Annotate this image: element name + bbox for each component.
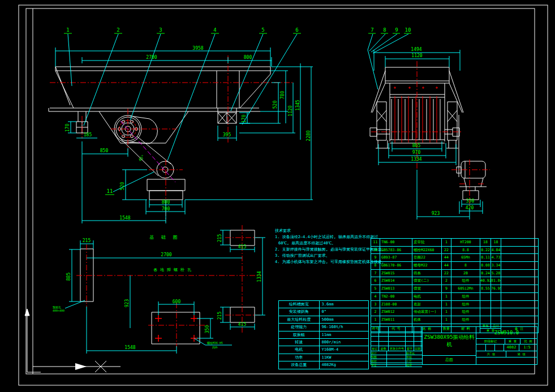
balloon-6: 6 (295, 27, 298, 33)
bom-cell: 4.73 (491, 254, 501, 261)
bom-row: 3Z108-00底架1组件 (371, 301, 538, 309)
spec-row: 安装倾斜角0° (279, 308, 368, 315)
balloon-3: 3 (159, 27, 162, 33)
dim-395: 395 (223, 132, 231, 137)
spec-label: 给料槽面宽 (279, 301, 319, 308)
spec-value: 4082Kg (319, 361, 368, 368)
dim-170-right: 170 (242, 115, 247, 123)
spec-label: 设备总重 (279, 361, 319, 368)
spec-label: 最大给料粒度 (279, 316, 319, 323)
dim-1548-front: 1548 (119, 216, 130, 221)
bom-cell (501, 262, 537, 269)
title-block-center: ZSW380X95振动给料机 总图 (423, 327, 476, 364)
dim-1494: 1494 (411, 47, 421, 52)
bom-cell: 18 (480, 239, 491, 246)
dim-170-left: 170 (65, 124, 70, 132)
bom-cell (491, 308, 501, 316)
notes-line: 60℃, 最高温度不得超过40℃。 (275, 240, 377, 247)
bom-cell (480, 316, 491, 324)
bom-row: 8GB6170-86螺母M224480.083.34 (371, 262, 538, 270)
stage-label: 阶段标记 (476, 339, 505, 344)
scale-value: 1:5 (519, 344, 535, 351)
bom-cell (491, 316, 501, 324)
bom-cell: 组件 (451, 293, 480, 300)
balloon-2: 2 (117, 27, 119, 33)
dim-885: 885 (66, 273, 71, 281)
dim-1120-side: 1120 (411, 53, 422, 58)
balloon-9: 9 (395, 27, 398, 33)
balloon-5: 5 (261, 27, 264, 33)
spec-label: 转速 (279, 339, 319, 346)
notes-line: 4. 为减小机体与车架之冲击, 可采用橡胶垫固定机体连接处。 (275, 259, 377, 265)
dim-850: 850 (100, 148, 109, 153)
spec-value: Y160M-4 (319, 346, 368, 353)
dim-1548-found: 1548 (124, 345, 135, 350)
bom-cell: 垫圈22 (412, 254, 442, 261)
dim-800-top: 800 (244, 55, 252, 60)
bom-cell (480, 308, 491, 316)
bom-row: 5ZSW013弹簧960Si2Mn8.5576.95 (371, 285, 538, 293)
sign-label: 制图 (371, 355, 387, 359)
dim-1345: 1345 (295, 100, 300, 110)
sign-row: 制图审核 (371, 355, 422, 359)
dim-215-rb: 215 (217, 312, 222, 320)
dim-520-right: 520 (273, 101, 278, 109)
rev-label-count: 处数 (379, 346, 389, 351)
bom-cell: 5.28 (491, 270, 501, 277)
bom-row: 11TN6-00皮带轮1HT2001818 (371, 239, 538, 247)
bom-cell: 10 (371, 247, 380, 254)
leader-label-reserved-hole-size: 400×400 (53, 309, 64, 312)
cad-drawing-canvas[interactable]: 3958 2700 800 520 780 1120 1345 2280 170… (0, 0, 555, 392)
bom-cell (501, 316, 537, 324)
sign-label: 批准 (406, 363, 422, 367)
foundation-title: 基 础 图 (149, 235, 180, 240)
bom-cell: 76.95 (491, 285, 501, 292)
bom-cell: 电机 (412, 293, 442, 300)
scale-label: 比 例 (520, 339, 536, 344)
bom-cell: 机体 (412, 316, 442, 324)
parts-list-table: 11TN6-00皮带轮1HT200181810GB5783-86螺栓M22X60… (371, 238, 539, 333)
bom-cell: 11 (371, 239, 380, 246)
dim-420: 420 (466, 205, 474, 210)
technical-notes: 技术要求 1. 设备须经2—4.4小时之试运转, 轴承最高温升不得超过 60℃,… (275, 228, 377, 265)
dim-520-motor: 520 (120, 182, 125, 191)
dim-415-rt: 415 (238, 244, 247, 249)
rev-label-mark: 标记 (371, 346, 379, 351)
title-block: 标记 处数 更改文件号 签字 日期 设计标准化制图审核校对工艺审定批准 ZSW3… (371, 326, 537, 365)
vibrator-exciter (114, 115, 157, 144)
bom-cell (501, 270, 537, 277)
bom-cell: 9 (442, 285, 451, 292)
spec-label: 处理能力 (279, 324, 319, 330)
section-marker (33, 363, 121, 370)
spec-value: 800r/min (319, 339, 368, 346)
dim-800-base: 800 (162, 200, 170, 205)
spec-row: 设备总重4082Kg (279, 361, 368, 368)
spec-label: 安装倾斜角 (279, 308, 319, 315)
dim-865: 865 (412, 143, 421, 148)
bom-cell (480, 293, 491, 300)
bom-cell: 组件 (451, 308, 480, 316)
dim-2700-found: 2700 (161, 252, 171, 257)
bom-cell (501, 247, 537, 254)
bom-cell: 传动装置(一) (412, 308, 442, 316)
bom-cell (501, 239, 537, 246)
doc-type: 总图 (423, 356, 476, 364)
front-view: 3958 2700 800 520 780 1120 1345 2280 170… (49, 27, 313, 223)
balloon-4: 4 (213, 27, 216, 33)
section-arrow (75, 363, 87, 370)
bom-cell: 8 (451, 262, 480, 269)
bom-cell: 8 (371, 262, 380, 269)
sign-label: 审核 (406, 355, 422, 359)
dim-2700: 2700 (146, 55, 157, 60)
leader-label-anchor-bolt: 螺栓M36-H5 (207, 341, 223, 345)
bom-cell (501, 254, 537, 261)
bom-rows: 11TN6-00皮带轮1HT200181810GB5783-86螺栓M22X60… (371, 239, 538, 324)
bom-cell: 0.08 (480, 262, 491, 269)
bom-cell: 40.92 (480, 277, 491, 285)
sign-label: 标准化 (406, 351, 422, 355)
bom-cell: ZSW015 (380, 270, 412, 277)
bom-cell: 1 (442, 301, 451, 308)
bom-cell: 组件 (451, 316, 480, 324)
sign-row: 审定批准 (371, 363, 422, 367)
bom-cell: 3 (371, 301, 380, 308)
